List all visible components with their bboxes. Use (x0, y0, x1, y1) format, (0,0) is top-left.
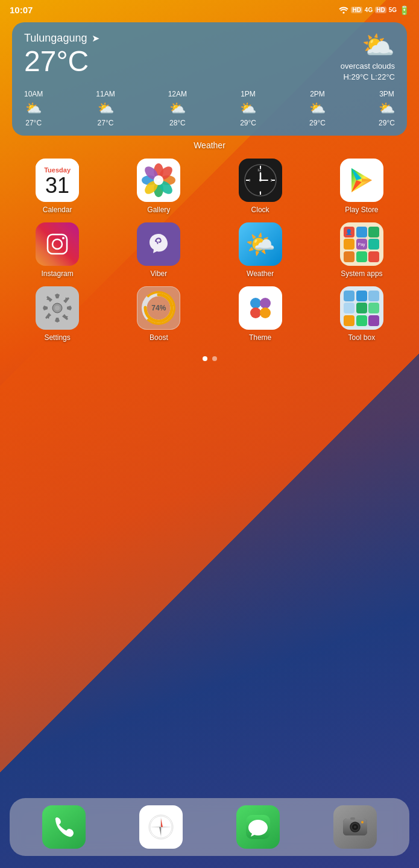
toolbox-tile (356, 291, 367, 301)
sysapps-tile (368, 251, 379, 262)
app-settings[interactable]: Settings (10, 286, 105, 342)
app-theme[interactable]: Theme (213, 286, 308, 342)
signal-4g: 4G (365, 7, 373, 13)
svg-point-35 (260, 298, 271, 309)
clock-icon: 12 3 6 9 (239, 159, 282, 202)
viber-icon (137, 222, 180, 266)
wifi-icon (339, 7, 348, 14)
instagram-icon (36, 222, 79, 266)
sysapps-tile (344, 251, 354, 262)
instagram-label: Instagram (41, 269, 73, 278)
settings-icon (36, 286, 79, 330)
theme-icon (239, 286, 282, 330)
playstore-label: Play Store (345, 206, 378, 214)
dock-messages[interactable] (236, 805, 280, 849)
app-weather[interactable]: 🌤️ Weather (213, 222, 308, 278)
gallery-icon (137, 159, 180, 202)
hourly-item: 3PM ⛅ 29°C (379, 90, 395, 127)
toolbox-tile (368, 303, 379, 313)
app-calendar[interactable]: Tuesday 31 Calendar (10, 159, 105, 214)
hd-badge1: HD (351, 7, 362, 13)
svg-point-53 (361, 821, 364, 823)
camera-icon-svg (342, 814, 368, 840)
app-boost[interactable]: 74% Boost (111, 286, 206, 342)
app-sysapps[interactable]: 👤 Pay System apps (314, 222, 409, 278)
messages-icon-svg (245, 814, 271, 840)
battery-icon: 🔋 (399, 5, 409, 15)
toolbox-tile (344, 303, 354, 313)
weather-app-label: Weather (247, 269, 274, 278)
app-gallery[interactable]: Gallery (111, 159, 206, 214)
weather-widget-label: Weather (0, 140, 419, 150)
sysapps-icon: 👤 Pay (340, 222, 383, 266)
toolbox-tile (356, 315, 367, 326)
toolbox-tile (368, 315, 379, 326)
hourly-item: 10AM ⛅ 27°C (24, 90, 43, 127)
location-icon: ➤ (92, 33, 99, 44)
app-grid: Tuesday 31 Calendar Gallery (0, 153, 419, 342)
calendar-day-number: 31 (45, 175, 69, 197)
toolbox-tile (344, 315, 354, 326)
page-indicators (0, 356, 419, 361)
weather-widget[interactable]: Tulungagung ➤ 27°C ⛅ overcast clouds H:2… (12, 22, 407, 136)
dock-camera[interactable] (333, 805, 377, 849)
hourly-item: 2PM ⛅ 29°C (309, 90, 326, 127)
sysapps-tile: 👤 (344, 227, 354, 237)
app-playstore[interactable]: Play Store (314, 159, 409, 214)
page-dot-2[interactable] (212, 356, 217, 361)
svg-point-36 (250, 307, 261, 318)
boost-label: Boost (150, 333, 168, 342)
app-instagram[interactable]: Instagram (10, 222, 105, 278)
svg-point-31 (55, 306, 60, 310)
dock-phone[interactable] (42, 805, 86, 849)
app-toolbox[interactable]: Tool box (314, 286, 409, 342)
page-dot-1[interactable] (203, 356, 207, 361)
toolbox-tile (356, 303, 367, 313)
hourly-item: 11AM ⛅ 27°C (96, 90, 115, 127)
svg-point-51 (354, 826, 356, 828)
time-display: 10:07 (10, 5, 33, 15)
weather-temperature: 27°C (24, 47, 99, 76)
svg-text:12: 12 (257, 168, 261, 172)
hd-badge2: HD (375, 7, 386, 13)
weather-hourly: 10AM ⛅ 27°C 11AM ⛅ 27°C 12AM ⛅ 28°C 1PM … (24, 90, 395, 127)
viber-label: Viber (150, 269, 167, 278)
weather-description: overcast clouds H:29°C L:22°C (341, 61, 395, 83)
settings-gear-svg (42, 292, 73, 324)
svg-text:3: 3 (270, 178, 272, 182)
clock-face-svg: 12 3 6 9 (244, 163, 277, 197)
gallery-label: Gallery (147, 206, 170, 214)
instagram-logo-svg (44, 231, 71, 257)
sysapps-tile (356, 251, 367, 262)
weather-app-icon: 🌤️ (239, 222, 282, 266)
app-clock[interactable]: 12 3 6 9 Clock (213, 159, 308, 214)
sysapps-tile (368, 239, 379, 250)
sysapps-tile (368, 227, 379, 237)
calendar-icon: Tuesday 31 (36, 159, 79, 202)
app-viber[interactable]: Viber (111, 222, 206, 278)
svg-rect-52 (350, 817, 355, 820)
svg-point-37 (260, 307, 271, 318)
theme-dots-svg (242, 290, 279, 326)
sysapps-tile (356, 227, 367, 237)
safari-icon-svg (148, 814, 174, 840)
weather-condition-icon: ⛅ (341, 32, 395, 58)
toolbox-tile (368, 291, 379, 301)
sysapps-tile (344, 239, 354, 250)
clock-label: Clock (251, 206, 269, 214)
svg-point-9 (154, 175, 163, 185)
dock-safari[interactable] (139, 805, 183, 849)
weather-city: Tulungagung ➤ (24, 32, 99, 45)
dock (10, 798, 409, 856)
svg-point-28 (62, 237, 65, 239)
svg-text:6: 6 (259, 190, 261, 194)
settings-label: Settings (44, 333, 70, 342)
playstore-icon (340, 159, 383, 202)
phone-icon-svg (52, 815, 76, 839)
status-icons: HD 4G HD 5G 🔋 (339, 5, 409, 15)
calendar-label: Calendar (43, 206, 72, 214)
boost-percent: 74% (151, 304, 166, 312)
boost-icon: 74% (137, 286, 180, 330)
svg-point-27 (52, 239, 62, 249)
hourly-item: 1PM ⛅ 29°C (240, 90, 256, 127)
